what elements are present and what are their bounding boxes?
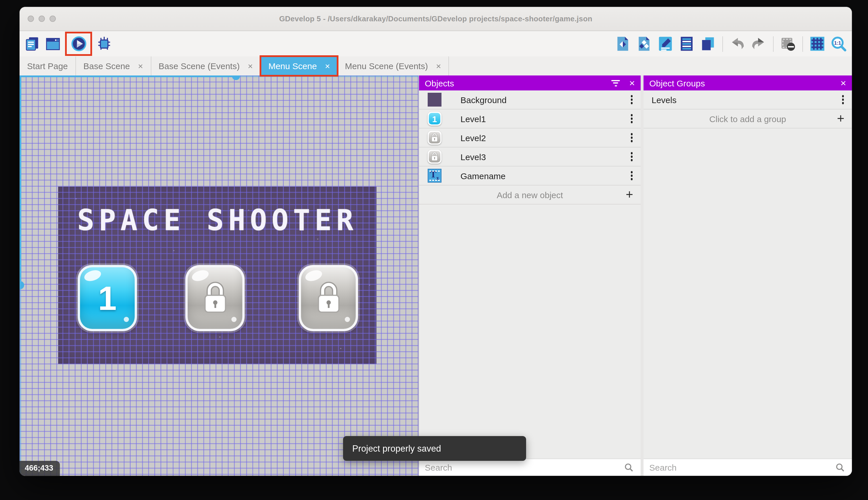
redo-icon[interactable] (750, 35, 767, 53)
toggle-window-mask-icon[interactable] (779, 35, 797, 53)
toolbar-left (20, 32, 113, 56)
horizontal-scrollbar-track[interactable] (240, 76, 419, 77)
tab-base-scene[interactable]: Base Scene × (76, 56, 151, 76)
toolbar-separator (723, 36, 723, 52)
objects-panel-title: Objects (425, 78, 602, 88)
close-tab-icon[interactable]: × (248, 61, 253, 70)
object-groups-panel-header: Object Groups × (644, 76, 852, 90)
minimize-window-icon[interactable] (38, 15, 45, 22)
plus-icon[interactable]: + (626, 189, 633, 201)
object-row-level3[interactable]: Level3 (419, 147, 641, 167)
traffic-lights (28, 7, 56, 31)
filter-icon[interactable] (611, 80, 620, 86)
close-window-icon[interactable] (28, 15, 34, 22)
tab-start-page[interactable]: Start Page (20, 56, 76, 76)
tab-bar: Start Page Base Scene × Base Scene (Even… (20, 56, 852, 76)
level2-button-object[interactable] (185, 265, 245, 331)
groups-search-bar[interactable] (644, 458, 852, 476)
level1-digit: 1 (80, 267, 135, 329)
vertical-scrollbar[interactable] (20, 76, 21, 281)
lock-icon (431, 151, 438, 161)
row-menu-icon[interactable] (631, 133, 633, 142)
object-row-level1[interactable]: 1 Level1 (419, 110, 641, 128)
search-icon (835, 463, 845, 472)
debugger-icon[interactable] (96, 35, 113, 53)
objects-search-input[interactable] (425, 463, 603, 472)
project-manager-icon[interactable] (24, 35, 41, 53)
object-groups-panel-title: Object Groups (649, 78, 831, 88)
toolbar-right: 1:1 (614, 31, 847, 56)
plus-icon[interactable]: + (837, 112, 844, 125)
open-layers-editor-icon[interactable] (699, 35, 717, 53)
add-object-label: Add a new object (497, 190, 563, 200)
tab-label: Menu Scene (268, 61, 317, 71)
toolbar-separator (773, 36, 774, 52)
row-menu-icon[interactable] (631, 95, 633, 104)
add-group-row[interactable]: Click to add a group + (644, 110, 852, 128)
object-name: Gamename (460, 171, 506, 181)
scene-window-icon[interactable] (44, 35, 62, 53)
play-preview-icon[interactable] (70, 35, 87, 53)
object-row-gamename[interactable]: Tx Gamename (419, 167, 641, 185)
lock-icon (431, 133, 438, 142)
scene-editor-canvas[interactable]: SPACE SHOOTER 1 466;433 (20, 76, 419, 476)
objects-search-bar[interactable] (419, 458, 641, 476)
object-row-level2[interactable]: Level2 (419, 128, 641, 147)
level3-button-object[interactable] (299, 265, 358, 331)
objects-panel: Objects × Background 1 Level1 (419, 76, 641, 476)
undo-icon[interactable] (729, 35, 746, 53)
open-object-groups-editor-icon[interactable] (635, 35, 653, 53)
open-objects-editor-icon[interactable] (614, 35, 631, 53)
object-name: Level3 (460, 152, 486, 162)
row-menu-icon[interactable] (842, 95, 844, 104)
background-thumbnail (428, 93, 442, 106)
zoom-1-1-icon[interactable]: 1:1 (830, 35, 847, 53)
close-tab-icon[interactable]: × (436, 61, 441, 70)
add-object-row[interactable]: Add a new object + (419, 185, 641, 204)
open-properties-icon[interactable] (657, 35, 674, 53)
objects-panel-header: Objects × (419, 76, 641, 90)
row-menu-icon[interactable] (631, 152, 633, 161)
svg-text:1:1: 1:1 (834, 40, 841, 46)
search-icon (624, 463, 634, 472)
open-instances-list-icon[interactable] (678, 35, 695, 53)
toast-message: Project properly saved (352, 443, 441, 454)
play-highlight-box (65, 32, 92, 56)
horizontal-scrollbar[interactable] (20, 76, 233, 77)
level2-thumbnail (428, 131, 442, 145)
object-name: Level1 (460, 114, 486, 124)
object-row-background[interactable]: Background (419, 90, 641, 110)
toggle-grid-icon[interactable] (809, 35, 826, 53)
object-name: Background (460, 95, 506, 104)
maximize-window-icon[interactable] (49, 15, 56, 22)
level1-button-object[interactable]: 1 (78, 265, 137, 331)
row-menu-icon[interactable] (631, 114, 633, 123)
close-tab-icon[interactable]: × (325, 61, 330, 70)
level1-thumbnail: 1 (428, 112, 442, 126)
screenshot-stage: GDevelop 5 - /Users/dkarakay/Documents/G… (0, 0, 868, 500)
vertical-scrollbar-track[interactable] (20, 288, 21, 476)
group-name: Levels (652, 95, 677, 104)
tab-label: Base Scene (83, 61, 130, 71)
objects-panel-empty-space (419, 204, 641, 458)
panel-resize-gutter[interactable] (641, 76, 644, 476)
cursor-coordinates-badge: 466;433 (20, 461, 60, 476)
content-area: SPACE SHOOTER 1 466;433 (20, 76, 852, 476)
add-group-label: Click to add a group (709, 114, 786, 124)
groups-panel-empty-space (644, 128, 852, 458)
row-menu-icon[interactable] (631, 171, 633, 180)
level3-thumbnail (428, 150, 442, 163)
gdevelop-window: GDevelop 5 - /Users/dkarakay/Documents/G… (20, 7, 852, 476)
tab-menu-scene-events[interactable]: Menu Scene (Events) × (337, 56, 449, 76)
game-title-text-object[interactable]: SPACE SHOOTER (66, 206, 369, 235)
close-tab-icon[interactable]: × (138, 61, 143, 70)
close-panel-icon[interactable]: × (629, 78, 635, 88)
tab-label: Base Scene (Events) (159, 61, 240, 71)
tab-menu-scene[interactable]: Menu Scene × (261, 56, 337, 76)
groups-search-input[interactable] (649, 463, 817, 472)
object-groups-panel: Object Groups × Levels Click to add a gr… (644, 76, 852, 476)
text-object-thumbnail: Tx (428, 169, 442, 183)
close-panel-icon[interactable]: × (840, 78, 846, 88)
tab-base-scene-events[interactable]: Base Scene (Events) × (151, 56, 261, 76)
group-row-levels[interactable]: Levels (644, 90, 852, 110)
